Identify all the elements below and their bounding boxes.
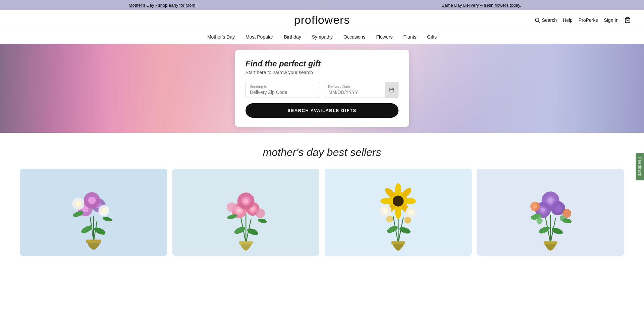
signin-label: Sign In <box>604 17 619 23</box>
product-card-2[interactable] <box>172 169 319 256</box>
feedback-tab[interactable]: Feedback <box>636 153 644 180</box>
zip-field-group: Sending to <box>246 82 320 98</box>
svg-point-63 <box>409 210 414 215</box>
products-grid <box>20 169 624 256</box>
product-image-1 <box>20 169 167 256</box>
flower-svg-1 <box>31 173 156 252</box>
product-image-2 <box>172 169 319 256</box>
svg-point-23 <box>102 216 112 222</box>
svg-point-81 <box>533 205 537 209</box>
flower-svg-4 <box>488 173 613 252</box>
svg-point-0 <box>535 18 539 22</box>
svg-point-29 <box>246 227 259 236</box>
nav-item-birthday[interactable]: Birthday <box>284 34 301 40</box>
help-link[interactable]: Help <box>563 17 573 23</box>
signin-link[interactable]: Sign In <box>604 17 619 23</box>
calendar-button[interactable] <box>385 82 398 98</box>
header-right: Search Help ProPerks Sign In <box>425 17 631 23</box>
properks-link[interactable]: ProPerks <box>579 17 598 23</box>
svg-point-48 <box>398 226 411 235</box>
calendar-icon <box>389 87 394 93</box>
svg-rect-66 <box>391 241 405 244</box>
search-fields: Sending to Delivery Date <box>246 82 398 98</box>
svg-rect-3 <box>390 88 394 92</box>
zip-input[interactable] <box>246 82 320 98</box>
flower-svg-3 <box>336 173 461 252</box>
svg-line-1 <box>538 21 540 22</box>
svg-point-35 <box>251 207 254 211</box>
svg-point-40 <box>255 209 265 218</box>
search-label: Search <box>542 17 557 23</box>
svg-point-65 <box>404 217 411 223</box>
banner-left[interactable]: Mother's Day - shop early for Mom! <box>13 2 312 8</box>
svg-point-19 <box>75 201 81 206</box>
search-available-gifts-button[interactable]: SEARCH AVAILABLE GIFTS <box>246 103 398 118</box>
svg-point-21 <box>101 208 106 213</box>
properks-label: ProPerks <box>579 17 598 23</box>
svg-point-86 <box>559 215 565 221</box>
svg-point-39 <box>227 202 236 212</box>
hero-flowers-right <box>374 44 644 133</box>
svg-point-32 <box>237 209 241 213</box>
svg-rect-87 <box>544 241 557 244</box>
nav-item-mothers-day[interactable]: Mother's Day <box>207 34 235 40</box>
svg-rect-43 <box>239 241 253 244</box>
main-nav: Mother's Day Most Popular Birthday Sympa… <box>0 30 644 44</box>
best-sellers-section: mother's day best sellers <box>0 133 644 263</box>
hero-flowers-left <box>0 44 270 133</box>
nav-item-occasions[interactable]: Occasions <box>343 34 365 40</box>
svg-rect-24 <box>86 239 101 243</box>
nav-item-most-popular[interactable]: Most Popular <box>246 34 273 40</box>
svg-point-61 <box>383 209 387 212</box>
svg-point-51 <box>395 207 401 219</box>
nav-item-gifts[interactable]: Gifts <box>427 34 437 40</box>
svg-point-79 <box>548 198 553 203</box>
product-card-4[interactable] <box>477 169 624 256</box>
product-card-1[interactable] <box>20 169 167 256</box>
search-icon <box>534 17 540 23</box>
banner-left-link[interactable]: Mother's Day - shop early for Mom! <box>128 3 197 8</box>
search-button[interactable]: Search <box>534 17 557 23</box>
hero-section: Find the perfect gift Start here to narr… <box>0 44 644 133</box>
cart-icon-wrap[interactable] <box>625 17 631 23</box>
svg-point-71 <box>551 226 564 235</box>
search-card: Find the perfect gift Start here to narr… <box>235 50 409 127</box>
svg-point-53 <box>404 198 416 204</box>
banner-divider <box>322 2 322 8</box>
svg-point-17 <box>88 197 96 204</box>
flower-svg-2 <box>183 173 308 252</box>
date-field-group: Delivery Date <box>324 82 398 98</box>
search-card-subtitle: Start here to narrow your search <box>246 70 398 75</box>
product-card-3[interactable] <box>325 169 472 256</box>
nav-item-sympathy[interactable]: Sympathy <box>312 34 333 40</box>
search-card-title: Find the perfect gift <box>246 59 398 68</box>
banner-right-link[interactable]: Same Day Delivery – fresh flowers today. <box>442 3 521 8</box>
best-sellers-title: mother's day best sellers <box>20 146 624 159</box>
banner-right[interactable]: Same Day Delivery – fresh flowers today. <box>332 2 631 8</box>
product-image-3 <box>325 169 472 256</box>
svg-point-47 <box>386 224 399 234</box>
svg-point-74 <box>541 208 545 212</box>
svg-point-58 <box>393 196 404 207</box>
svg-point-52 <box>380 198 393 204</box>
header: proflowers Search Help ProPerks Sign In <box>0 10 644 30</box>
nav-item-plants[interactable]: Plants <box>403 34 416 40</box>
svg-point-50 <box>395 183 401 196</box>
svg-point-38 <box>244 199 248 203</box>
cart-icon <box>625 17 631 23</box>
logo[interactable]: proflowers <box>219 13 425 26</box>
help-label: Help <box>563 17 573 23</box>
svg-point-42 <box>258 218 267 224</box>
top-banner: Mother's Day - shop early for Mom! Same … <box>0 0 644 10</box>
svg-point-85 <box>536 218 542 224</box>
nav-item-flowers[interactable]: Flowers <box>376 34 392 40</box>
svg-point-64 <box>386 216 393 222</box>
product-image-4 <box>477 169 624 256</box>
